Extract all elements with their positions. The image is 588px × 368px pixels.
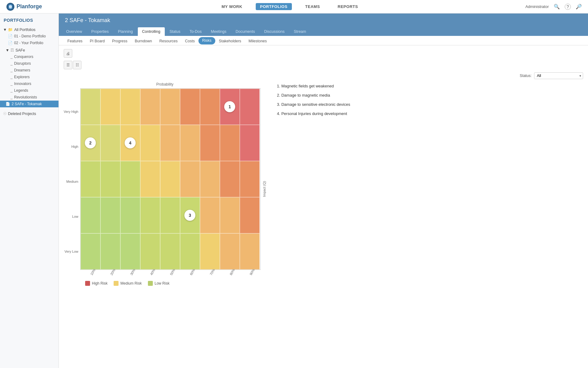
logo-icon — [6, 2, 15, 11]
sidebar-item-your-portfolio[interactable]: 📄 02 - Your Portfolio — [0, 40, 58, 46]
view-toolbar: ☰ ☷ — [64, 61, 583, 69]
medium-risk-swatch — [114, 281, 119, 286]
tab-status[interactable]: Status — [165, 27, 185, 36]
subtab-stakeholders[interactable]: Stakeholders — [215, 37, 245, 45]
tab-meetings[interactable]: Meetings — [207, 27, 231, 36]
nav-teams[interactable]: TEAMS — [301, 3, 324, 10]
y-label-medium: Medium — [64, 180, 78, 183]
portfolio-icon: 📄 — [8, 34, 13, 38]
help-icon[interactable]: ? — [565, 4, 571, 10]
risk-cell-r3-c2 — [120, 197, 140, 233]
page-title: 2 SAFe - Tokamak — [65, 17, 582, 24]
sidebar-item-innovators[interactable]: ⎯ Innovators — [0, 80, 58, 87]
risk-item-2: Damage to magnetic media — [281, 91, 583, 99]
risk-cell-r1-c5 — [180, 125, 200, 161]
list-view-button[interactable]: ☰ — [64, 61, 72, 69]
tab-bar: Overview Properties Planning Controlling… — [59, 27, 588, 36]
risk-cell-r3-c8 — [240, 197, 260, 233]
search-icon[interactable]: 🔍 — [554, 4, 560, 10]
subtab-features[interactable]: Features — [64, 37, 86, 45]
risk-cell-r0-c0 — [81, 89, 100, 125]
sidebar-item-conquerors[interactable]: ⎯ Conquerors — [0, 53, 58, 60]
subtab-resources[interactable]: Resources — [156, 37, 181, 45]
y-label-verylow: Very Low — [64, 250, 78, 253]
sidebar-item-all-portfolios[interactable]: ▼ 📁 All Portfolios — [0, 26, 58, 33]
sidebar-item-explorers[interactable]: ⎯ Explorers — [0, 74, 58, 80]
team-icon-6: ⎯ — [10, 88, 13, 93]
risk-cell-r1-c3 — [140, 125, 160, 161]
expand-icon: ▼ — [3, 28, 7, 32]
risk-marker-1[interactable]: 1 — [224, 101, 235, 112]
admin-label[interactable]: Administrator — [525, 4, 549, 9]
risk-grid: 1243 — [80, 88, 261, 270]
subtab-risks[interactable]: Risks — [198, 37, 215, 44]
risk-marker-2[interactable]: 2 — [85, 137, 96, 148]
page-header: 2 SAFe - Tokamak — [59, 13, 588, 27]
y-label-veryhigh: Very High — [64, 110, 78, 113]
risk-cell-r1-c1 — [100, 125, 120, 161]
high-risk-swatch — [85, 281, 90, 286]
app-logo[interactable]: Planforge — [6, 2, 42, 11]
subtab-bar: Features PI Board Progress Burndown Reso… — [59, 36, 588, 45]
risk-cell-r4-c6 — [200, 233, 220, 270]
tab-planning[interactable]: Planning — [114, 27, 137, 36]
nav-reports[interactable]: REPORTS — [334, 3, 362, 10]
subtab-piboard[interactable]: PI Board — [86, 37, 108, 45]
tab-controlling[interactable]: Controlling — [138, 27, 165, 36]
subtab-burndown[interactable]: Burndown — [131, 37, 156, 45]
sidebar-item-disruptors[interactable]: ⎯ Disruptors — [0, 60, 58, 67]
status-select[interactable]: All Open Closed In Progress — [534, 72, 583, 79]
low-risk-swatch — [148, 281, 153, 286]
navbar: Planforge MY WORK PORTFOLIOS TEAMS REPOR… — [0, 0, 588, 13]
grid-wrapper: 1243 10% 20% 30% 40% 50% 60% 70% — [80, 88, 261, 275]
status-row: Status: All Open Closed In Progress — [64, 72, 583, 79]
risk-cell-r0-c5 — [180, 89, 200, 125]
sidebar-item-legends[interactable]: ⎯ Legends — [0, 87, 58, 94]
risk-cell-r2-c8 — [240, 161, 260, 197]
sidebar-item-revolutionists[interactable]: ⎯ Revolutionists — [0, 94, 58, 101]
toolbar: 🖨 — [64, 49, 583, 58]
risk-cell-r4-c7 — [220, 233, 240, 270]
zoom-icon[interactable]: 🔎 — [576, 4, 582, 10]
sidebar-item-tokamak[interactable]: 📄 2 SAFe - Tokamak — [0, 101, 58, 107]
tab-properties[interactable]: Properties — [87, 27, 113, 36]
risk-marker-4[interactable]: 4 — [125, 137, 136, 148]
tab-stream[interactable]: Stream — [289, 27, 310, 36]
risk-marker-3[interactable]: 3 — [184, 210, 195, 221]
matrix-with-axes: Very High High Medium Low Very Low — [64, 88, 266, 275]
sidebar-item-deleted[interactable]: ☉ Deleted Projects — [0, 110, 58, 117]
risk-cell-r2-c5 — [180, 161, 200, 197]
team-icon-3: ⎯ — [10, 68, 13, 72]
tab-discussions[interactable]: Discussions — [260, 27, 289, 36]
team-icon-4: ⎯ — [10, 75, 13, 79]
subtab-progress[interactable]: Progress — [108, 37, 131, 45]
risk-cell-r2-c6 — [200, 161, 220, 197]
sidebar-item-safe[interactable]: ▼ ☶ SAFe — [0, 46, 58, 53]
grid-view-button[interactable]: ☷ — [73, 61, 81, 69]
matrix-and-impact: 1243 10% 20% 30% 40% 50% 60% 70% — [80, 88, 266, 275]
sidebar-item-demo-portfolio[interactable]: 📄 01 - Demo Portfolio — [0, 33, 58, 40]
risk-cell-r4-c3 — [140, 233, 160, 270]
print-button[interactable]: 🖨 — [64, 49, 72, 58]
nav-portfolios[interactable]: PORTFOLIOS — [256, 3, 292, 10]
risks-list: Magnetic fields get weakened Damage to m… — [275, 82, 583, 118]
probability-label: Probability — [156, 82, 173, 86]
svg-point-1 — [9, 5, 12, 8]
risk-cell-r3-c0 — [81, 197, 100, 233]
deleted-icon: ☉ — [3, 111, 7, 116]
tab-documents[interactable]: Documents — [231, 27, 259, 36]
risk-cell-r4-c4 — [160, 233, 180, 270]
folder-icon: 📁 — [8, 27, 13, 32]
sidebar-item-dreamers[interactable]: ⎯ Dreamers — [0, 67, 58, 74]
nav-mywork[interactable]: MY WORK — [217, 3, 247, 10]
legend-low-risk: Low Risk — [148, 281, 170, 286]
risk-cell-r1-c4 — [160, 125, 180, 161]
subtab-costs[interactable]: Costs — [181, 37, 198, 45]
tab-overview[interactable]: Overview — [62, 27, 86, 36]
tab-todos[interactable]: To-Dos — [185, 27, 206, 36]
risk-cell-r4-c1 — [100, 233, 120, 270]
project-icon: 📄 — [6, 102, 10, 106]
risk-cell-r3-c3 — [140, 197, 160, 233]
risk-cell-r1-c7 — [220, 125, 240, 161]
subtab-milestones[interactable]: Milestones — [245, 37, 271, 45]
